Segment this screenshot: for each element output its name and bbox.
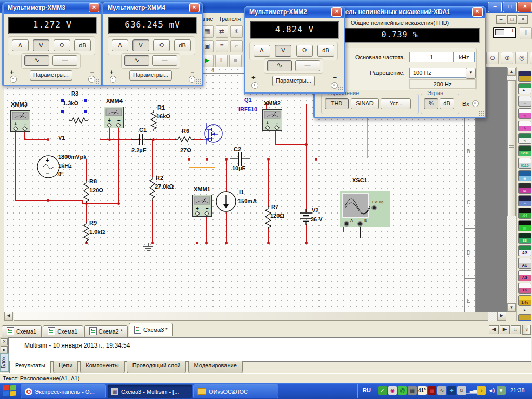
label-v2-ref[interactable]: V2 — [312, 207, 318, 214]
zoom-area-icon[interactable]: ◎ — [515, 52, 528, 64]
results-panel-tab[interactable]: Компоненты — [80, 361, 124, 373]
label-q1-ref[interactable]: Q1 — [244, 97, 252, 103]
wire[interactable] — [154, 104, 306, 104]
highlighted-wire[interactable] — [189, 219, 198, 219]
wire[interactable] — [207, 143, 207, 159]
toolbar-icon[interactable]: ≡ — [216, 40, 228, 52]
wire[interactable] — [152, 200, 153, 243]
xmm2-db-button[interactable]: dB — [317, 45, 334, 57]
label-v1-ref[interactable]: V1 — [58, 135, 65, 141]
ac-source-v1-symbol[interactable]: + − — [36, 155, 60, 179]
highlighted-wire[interactable] — [189, 167, 189, 219]
xmm4-minus-terminal[interactable] — [189, 76, 195, 83]
xda1-input-terminal[interactable] — [472, 100, 479, 107]
label-r8-ref[interactable]: R8 — [89, 178, 97, 184]
word-generator-icon[interactable]: 0110 — [518, 158, 531, 169]
xmm3-plus-terminal[interactable] — [10, 76, 17, 83]
probe-menu-arrow-icon[interactable]: ▸ — [519, 308, 531, 313]
wire[interactable] — [86, 159, 87, 181]
tektronix-oscilloscope-icon[interactable]: TK — [518, 283, 531, 294]
agilent-function-generator-icon[interactable]: AG — [518, 245, 531, 256]
resistor-r6-symbol[interactable] — [175, 136, 194, 143]
label-r6-ref[interactable]: R6 — [182, 128, 189, 134]
iv-analyzer-icon[interactable]: ⌁ — [518, 195, 531, 206]
label-r7-value[interactable]: 120Ω — [270, 212, 284, 219]
oscilloscope-xsc1-symbol[interactable]: Ext Trg AB — [340, 191, 390, 227]
vertical-scrollbar[interactable]: ▲ ▼ — [507, 68, 516, 312]
xmm3-volt-button[interactable]: V — [33, 39, 49, 51]
current-source-i1-symbol[interactable] — [216, 191, 236, 212]
vertical-scroll-thumb[interactable] — [507, 80, 516, 216]
label-v1-frequency[interactable]: 1kHz — [58, 163, 72, 169]
label-i1-value[interactable]: 150mA — [238, 198, 257, 204]
resize-grip[interactable] — [478, 111, 484, 116]
resize-grip[interactable] — [195, 78, 201, 84]
scroll-right-icon[interactable]: ▶ — [497, 312, 506, 321]
capacitor-c2-symbol[interactable] — [230, 151, 250, 167]
multimeter-xmm1-symbol[interactable]: +− — [192, 195, 212, 217]
window-minimize-button[interactable]: – — [488, 2, 502, 12]
toolbar-icon[interactable]: ⌐ — [230, 40, 243, 52]
chevron-down-icon[interactable]: » — [522, 325, 531, 335]
agilent-multimeter-icon[interactable]: AG — [518, 258, 531, 269]
xmm3-close-icon[interactable]: × — [89, 3, 99, 12]
taskbar-task-folder[interactable]: ОИvsОС&ЛОС — [193, 384, 278, 398]
fundamental-freq-unit[interactable]: kHz — [453, 52, 475, 62]
selection-handle[interactable] — [84, 110, 87, 113]
four-channel-oscilloscope-icon[interactable]: ∿ — [518, 121, 531, 131]
xmm4-parameters-button[interactable]: Параметры... — [129, 70, 172, 81]
audio-wave-icon[interactable]: ∿ — [437, 386, 446, 395]
wire[interactable] — [152, 139, 153, 177]
selection-handle[interactable] — [84, 99, 87, 102]
update-icon[interactable]: ↻ — [457, 386, 466, 395]
mdi-restore-button[interactable]: □ — [507, 15, 517, 24]
wire[interactable] — [48, 178, 48, 201]
label-r8-value[interactable]: 120Ω — [89, 187, 103, 193]
label-q1-value[interactable]: IRF510 — [238, 106, 257, 112]
bode-plotter-icon[interactable]: ∿ — [518, 133, 531, 144]
xmm4-ac-mode-button[interactable]: ∿ — [124, 55, 149, 66]
agilent-oscilloscope-icon[interactable]: AG — [518, 270, 531, 281]
label-v1-phase[interactable]: 0° — [58, 171, 64, 177]
volume-icon[interactable]: ◄) — [487, 386, 496, 395]
label-r2-value[interactable]: 27.0kΩ — [155, 183, 174, 190]
capacitor-c1-symbol[interactable] — [131, 132, 152, 146]
xmm3-ampere-button[interactable]: A — [12, 39, 29, 51]
network-icon[interactable]: ✦ — [447, 386, 456, 395]
wire[interactable] — [100, 121, 100, 140]
label-c1-value[interactable]: 2.2µF — [131, 147, 146, 153]
zoom-out-icon[interactable]: ⊖ — [486, 52, 499, 64]
block-side-tab[interactable]: Блок — [0, 353, 9, 372]
xda1-close-icon[interactable]: × — [472, 7, 483, 17]
sinad-mode-button[interactable]: SINAD — [351, 98, 379, 109]
mdi-minimize-button[interactable]: – — [496, 15, 506, 24]
resolution-dropdown-icon[interactable]: ▼ — [466, 68, 476, 79]
xmm4-ohm-button[interactable]: Ω — [153, 39, 170, 51]
oscilloscope-icon[interactable]: ∿ — [518, 108, 531, 119]
label-xmm1[interactable]: XMM1 — [194, 186, 210, 192]
window-maximize-button[interactable]: □ — [503, 2, 517, 12]
label-r6-value[interactable]: 27Ω — [180, 147, 191, 153]
wire[interactable] — [87, 121, 100, 121]
logic-converter-icon[interactable]: ▭ — [518, 183, 531, 194]
frequency-counter-icon[interactable]: 1231 — [518, 145, 531, 156]
signal-strength-icon[interactable]: ▁▃▅ — [467, 386, 476, 395]
label-i1-ref[interactable]: I1 — [239, 189, 244, 195]
resize-grip[interactable] — [338, 86, 343, 91]
xmm4-ampere-button[interactable]: A — [112, 39, 128, 51]
wire[interactable] — [87, 159, 235, 159]
wire[interactable] — [226, 159, 227, 192]
tab-windows-icon[interactable]: □ — [511, 325, 521, 334]
wire[interactable] — [48, 121, 70, 121]
schematic-tab[interactable]: Схема3 * — [129, 323, 173, 336]
xmm4-plus-terminal[interactable] — [110, 76, 116, 83]
stop-simulation-button[interactable]: ■ — [229, 55, 242, 67]
xmm2-parameters-button[interactable]: Параметры... — [272, 76, 315, 86]
distortion-analyzer-icon[interactable]: .04 — [518, 208, 531, 219]
ground-symbol[interactable] — [142, 243, 154, 252]
label-r3-ref[interactable]: R3 — [71, 90, 78, 97]
settings-button[interactable]: Уст... — [381, 98, 411, 109]
cd-burner-icon[interactable]: ◉ — [388, 386, 397, 395]
temperature-icon[interactable]: 41° — [418, 386, 427, 395]
loudspeaker-icon[interactable]: ♪ — [477, 386, 486, 395]
